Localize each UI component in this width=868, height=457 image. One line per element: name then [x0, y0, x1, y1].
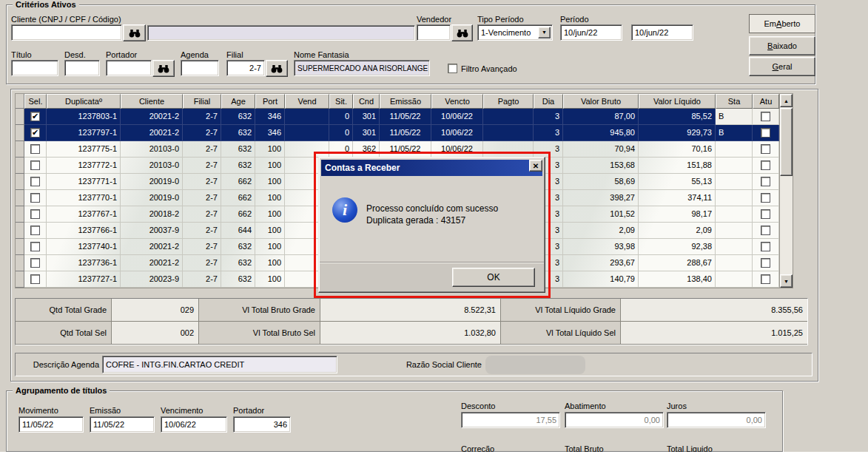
sel-checkbox[interactable]: ✔ — [30, 128, 40, 138]
filial-input[interactable] — [226, 60, 265, 76]
periodo-to-input[interactable] — [631, 24, 693, 41]
row-selector-gutter[interactable] — [16, 158, 24, 174]
vertical-scrollbar[interactable]: ▲ ▼ — [779, 94, 793, 288]
vendedor-search-button[interactable] — [451, 24, 473, 41]
cliente-search-button[interactable] — [123, 24, 146, 41]
column-header-liquido[interactable]: Valor Líquido — [639, 94, 716, 109]
column-header-port[interactable]: Port — [255, 94, 285, 109]
dialog-close-button[interactable]: ✕ — [529, 160, 542, 172]
atu-checkbox[interactable] — [761, 128, 770, 138]
sel-checkbox[interactable] — [30, 242, 40, 251]
row-selector-gutter[interactable] — [16, 109, 24, 125]
cell-sta — [716, 255, 753, 271]
portador-search-button[interactable] — [152, 60, 175, 77]
sel-checkbox[interactable] — [30, 160, 40, 170]
column-header-pagto[interactable]: Pagto — [483, 94, 534, 109]
bottom-strip — [0, 452, 868, 457]
row-selector-gutter[interactable] — [16, 190, 24, 206]
sel-checkbox[interactable]: ✔ — [30, 112, 40, 121]
filtro-avancado-checkbox[interactable] — [448, 64, 457, 73]
row-selector-gutter[interactable] — [16, 174, 24, 190]
cell-cliente: 20021-2 — [121, 255, 183, 271]
column-header-sel[interactable]: Sel. — [24, 94, 47, 109]
atu-checkbox[interactable] — [761, 209, 770, 219]
column-header-cnd[interactable]: Cnd — [353, 94, 380, 109]
cell-bruto: 293,67 — [563, 255, 639, 271]
emissao-input[interactable] — [90, 416, 155, 433]
nome-fantasia-label: Nome Fantasia — [294, 50, 349, 59]
em-aberto-button[interactable]: Em Aberto — [749, 14, 815, 33]
atu-checkbox[interactable] — [761, 112, 770, 121]
geral-button[interactable]: Geral — [749, 57, 815, 76]
column-header-dia[interactable]: Dia — [534, 94, 563, 109]
agenda-input[interactable] — [181, 60, 219, 76]
scroll-up-icon[interactable]: ▲ — [780, 94, 793, 107]
cell-filial: 2-7 — [183, 109, 221, 125]
cell-bruto: 70,94 — [563, 141, 639, 158]
abatimento-input[interactable] — [565, 412, 664, 428]
column-header-duplicata[interactable]: Duplicataº — [47, 94, 121, 109]
cell-liquido: 374,11 — [639, 190, 716, 206]
scrollbar-thumb[interactable] — [780, 108, 793, 176]
sel-checkbox[interactable] — [30, 274, 40, 284]
row-selector-gutter[interactable] — [16, 239, 24, 255]
filial-search-button[interactable] — [266, 60, 288, 77]
row-selector-gutter[interactable] — [16, 206, 24, 223]
column-header-sta[interactable]: Sta — [716, 94, 753, 109]
atu-checkbox[interactable] — [761, 193, 770, 203]
desd-input[interactable] — [64, 60, 100, 76]
cliente-input[interactable] — [11, 24, 122, 41]
ok-button[interactable]: OK — [452, 268, 535, 287]
sel-checkbox[interactable] — [30, 226, 40, 235]
portador-group-input[interactable] — [233, 416, 291, 433]
atu-checkbox[interactable] — [761, 144, 770, 154]
row-selector-gutter[interactable] — [16, 255, 24, 271]
baixado-button[interactable]: Baixado — [749, 36, 815, 55]
chevron-down-icon[interactable]: ▼ — [538, 27, 551, 38]
atu-checkbox[interactable] — [761, 226, 770, 235]
titulo-input[interactable] — [11, 60, 58, 76]
sel-checkbox[interactable] — [30, 193, 40, 203]
atu-checkbox[interactable] — [761, 258, 770, 268]
atu-checkbox[interactable] — [761, 242, 770, 251]
atu-checkbox[interactable] — [761, 177, 770, 186]
table-row[interactable]: ✔1237797-120021-22-7632346030111/05/2210… — [16, 125, 779, 141]
row-selector-gutter[interactable] — [16, 125, 24, 141]
vendedor-input[interactable] — [417, 24, 451, 41]
column-header-age[interactable]: Age — [221, 94, 255, 109]
table-row[interactable]: 1237775-120103-02-7632100036211/05/2210/… — [16, 141, 779, 158]
vencimento-input[interactable] — [161, 416, 227, 433]
column-header-emissao[interactable]: Emissão — [380, 94, 431, 109]
column-header-sit[interactable]: Sit. — [329, 94, 353, 109]
column-header-vend[interactable]: Vend — [285, 94, 329, 109]
dialog-titlebar[interactable]: Contas a Receber — [321, 160, 542, 176]
cell-port: 100 — [255, 141, 285, 158]
periodo-from-input[interactable] — [560, 24, 622, 41]
cell-cliente: 20037-9 — [121, 223, 183, 239]
row-selector-gutter[interactable] — [16, 223, 24, 239]
sel-checkbox[interactable] — [30, 144, 40, 154]
column-header-atu[interactable]: Atu — [753, 94, 779, 109]
movimento-input[interactable] — [18, 416, 84, 433]
portador-input[interactable] — [106, 60, 152, 76]
sel-checkbox[interactable] — [30, 177, 40, 186]
desconto-input[interactable] — [461, 412, 560, 428]
scroll-down-icon[interactable]: ▼ — [780, 274, 793, 288]
sel-checkbox[interactable] — [30, 258, 40, 268]
row-selector-gutter[interactable] — [16, 271, 24, 288]
row-selector-gutter[interactable] — [16, 141, 24, 158]
cell-sit: 0 — [329, 109, 353, 125]
sel-checkbox[interactable] — [30, 209, 40, 219]
column-header-filial[interactable]: Filial — [183, 94, 221, 109]
cell-bruto: 58,69 — [563, 174, 639, 190]
atu-checkbox[interactable] — [761, 274, 770, 284]
tipo-periodo-select[interactable]: 1-Vencimento ▼ — [477, 24, 553, 41]
table-row[interactable]: ✔1237803-120021-22-7632346030111/05/2210… — [16, 109, 779, 125]
cell-cliente: 20103-0 — [121, 141, 183, 158]
column-header-cliente[interactable]: Cliente — [121, 94, 183, 109]
atu-checkbox[interactable] — [761, 160, 770, 170]
juros-input[interactable] — [667, 412, 766, 428]
column-header-bruto[interactable]: Valor Bruto — [563, 94, 639, 109]
column-header-vencto[interactable]: Vencto — [431, 94, 483, 109]
cell-sel — [24, 271, 47, 288]
